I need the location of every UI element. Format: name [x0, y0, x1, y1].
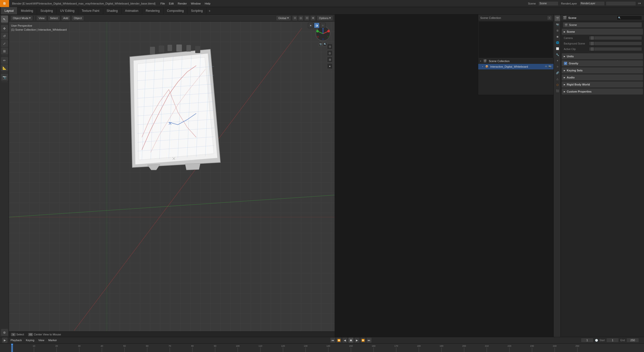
- step-back-btn[interactable]: ⏪: [336, 338, 341, 343]
- tab-modeling[interactable]: Modeling: [17, 7, 37, 14]
- prop-output-icon[interactable]: 🖥: [555, 28, 560, 33]
- camera-value[interactable]: [589, 36, 642, 40]
- outliner-whiteboard-item[interactable]: ▸ 📦 Interactive_Digital_Whiteboard 👁 📷: [478, 64, 553, 69]
- viewport-3d[interactable]: User Perspective (1) Scene Collection | …: [9, 22, 335, 337]
- current-frame-input[interactable]: 1: [581, 338, 593, 342]
- select-menu[interactable]: Select: [48, 15, 60, 21]
- scene-selector[interactable]: Scene: [538, 1, 558, 6]
- tab-animation[interactable]: Animation: [122, 7, 142, 14]
- annotate-tool-icon[interactable]: ✏: [1, 57, 8, 64]
- tab-texture-paint[interactable]: Texture Paint: [78, 7, 103, 14]
- prop-world-icon[interactable]: 🌐: [555, 40, 560, 45]
- step-forward-btn[interactable]: ⏩: [360, 338, 366, 343]
- tab-compositing[interactable]: Compositing: [164, 7, 188, 14]
- bg-scene-value[interactable]: [589, 41, 642, 46]
- solid-shade-btn[interactable]: ●: [308, 23, 313, 28]
- timeline-icon[interactable]: ▶: [2, 337, 8, 343]
- cam-icon[interactable]: 📷: [548, 65, 551, 68]
- playback-menu[interactable]: Playback: [10, 339, 23, 342]
- tab-layout[interactable]: Layout: [1, 7, 17, 14]
- prop-scene-icon[interactable]: 🎬: [555, 16, 560, 21]
- play-reverse-btn[interactable]: ◀: [342, 338, 347, 343]
- pivot-icon[interactable]: ⊕: [310, 15, 316, 21]
- filter-icon[interactable]: ≡▾: [637, 2, 642, 5]
- object-menu[interactable]: Object: [71, 15, 84, 21]
- gravity-checkbox[interactable]: ✓: [564, 62, 567, 65]
- prop-data-icon[interactable]: △: [555, 76, 560, 81]
- menu-window[interactable]: Window: [189, 0, 203, 7]
- menu-render[interactable]: Render: [176, 0, 189, 7]
- select-tool-icon[interactable]: ↖: [1, 16, 8, 23]
- viewport-shade-icon[interactable]: ●: [327, 63, 333, 69]
- tab-add[interactable]: +: [207, 7, 213, 14]
- keying-sets-header[interactable]: ▸ Keying Sets: [562, 67, 643, 73]
- rigid-body-header[interactable]: ▸ Rigid Body World: [562, 81, 643, 87]
- prop-object-icon[interactable]: ⬜: [555, 46, 560, 51]
- prop-texture-icon[interactable]: ⬛: [555, 88, 560, 94]
- audio-section-header[interactable]: ▸ Audio: [562, 74, 643, 80]
- prop-material-icon[interactable]: ⬡: [555, 82, 560, 87]
- viewport-display-icon[interactable]: ⊙: [327, 44, 333, 49]
- end-frame-input[interactable]: 250: [626, 338, 639, 342]
- rotate-tool-icon[interactable]: ↺: [1, 32, 8, 39]
- menu-file[interactable]: File: [158, 0, 167, 7]
- prop-particles-icon[interactable]: ✦: [555, 58, 560, 63]
- timeline-track[interactable]: 10 20 30 40 50 60 70 80 90 100 110 120 1…: [0, 344, 644, 352]
- material-shade-btn[interactable]: ◑: [314, 23, 319, 28]
- add-camera-icon[interactable]: 📷: [1, 74, 8, 81]
- object-mode-dropdown[interactable]: Object Mode ▾: [11, 15, 33, 21]
- marker-menu[interactable]: Marker: [47, 339, 58, 342]
- start-frame-input[interactable]: 1: [606, 338, 619, 342]
- options-btn[interactable]: Options ▾: [317, 15, 333, 21]
- tab-rendering[interactable]: Rendering: [142, 7, 163, 14]
- menu-help[interactable]: Help: [203, 0, 213, 7]
- add-menu[interactable]: Add: [61, 15, 71, 21]
- props-search[interactable]: 🔍: [617, 16, 642, 20]
- scale-tool-icon[interactable]: ⤢: [1, 40, 8, 47]
- scene-section-header[interactable]: ▸ Scene: [562, 29, 643, 35]
- tab-shading[interactable]: Shading: [103, 7, 122, 14]
- outliner-search-input[interactable]: [478, 21, 553, 58]
- tab-sculpting[interactable]: Sculpting: [37, 7, 57, 14]
- props-scene-icon-header: 🎬: [563, 16, 567, 20]
- viewport-xray-icon[interactable]: ⊟: [327, 57, 333, 62]
- viewport-overlay-icon[interactable]: ◎: [327, 50, 333, 56]
- menu-edit[interactable]: Edit: [167, 0, 176, 7]
- cursor-icon[interactable]: ⊕: [1, 329, 8, 336]
- move-tool-icon[interactable]: ✥: [1, 25, 8, 32]
- prop-render-icon[interactable]: 📷: [555, 22, 560, 27]
- orientation-icon[interactable]: ⊡: [304, 15, 310, 21]
- prop-constraints-icon[interactable]: 🔗: [555, 70, 560, 75]
- tab-scripting[interactable]: Scripting: [187, 7, 207, 14]
- gravity-section-header[interactable]: ✓ Gravity: [562, 60, 643, 66]
- camera-view-icon[interactable]: 📷: [318, 42, 323, 46]
- snap-icon[interactable]: ⊙: [292, 15, 298, 21]
- play-btn[interactable]: ▶: [354, 338, 359, 343]
- stop-btn[interactable]: ⏹: [348, 338, 353, 343]
- scene-name-field[interactable]: 🎬 Scene: [563, 22, 642, 28]
- prop-physics-icon[interactable]: ⚛: [555, 64, 560, 69]
- tab-uv-editing[interactable]: UV Editing: [57, 7, 78, 14]
- eye-icon[interactable]: 👁: [545, 65, 547, 68]
- outliner-filter-icon[interactable]: ≡: [547, 16, 551, 20]
- jump-start-btn[interactable]: ⏮: [330, 338, 335, 343]
- view-menu-tl[interactable]: View: [37, 339, 45, 342]
- custom-props-header[interactable]: ▸ Custom Properties: [562, 89, 643, 95]
- rendered-shade-btn[interactable]: ○: [320, 23, 326, 28]
- zoom-icon[interactable]: 🔍: [323, 42, 327, 46]
- view-menu[interactable]: View: [36, 15, 47, 21]
- measure-tool-icon[interactable]: 📐: [1, 64, 8, 71]
- keying-menu[interactable]: Keying: [25, 339, 35, 342]
- search-bar[interactable]: [606, 1, 636, 6]
- proportional-edit-icon[interactable]: ◎: [298, 15, 304, 21]
- render-layer-selector[interactable]: RenderLayer: [580, 1, 605, 6]
- scene-name-value: Scene: [569, 23, 577, 26]
- transform-global-dropdown[interactable]: Global ▾: [276, 15, 291, 21]
- prop-modifiers-icon[interactable]: 🔧: [555, 52, 560, 57]
- jump-end-btn[interactable]: ⏭: [367, 338, 372, 343]
- outliner-scene-collection[interactable]: ▸ 🎬 Scene Collection: [478, 58, 553, 64]
- active-clip-value[interactable]: [589, 47, 642, 51]
- units-section-header[interactable]: ▸ Units: [562, 53, 643, 59]
- prop-view-layer-icon[interactable]: ◼: [555, 34, 560, 39]
- transform-tool-icon[interactable]: ⊞: [1, 48, 8, 55]
